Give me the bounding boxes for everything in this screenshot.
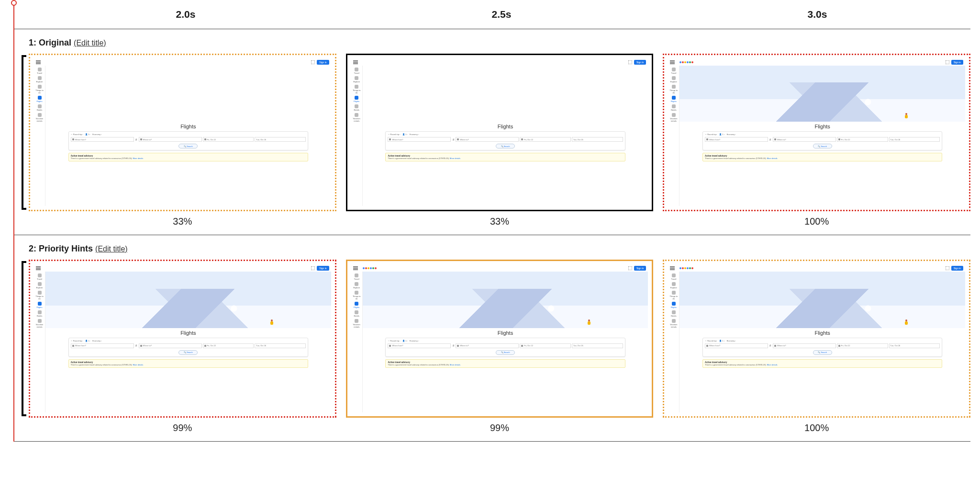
edit-title-link[interactable]: (Edit title) [95,245,128,253]
sidebar-item: Explore [669,282,678,289]
advisory-banner: Active travel advisory There's a governm… [68,153,308,161]
date-back-field: Tue, Oct 26 [255,137,306,142]
nav-icon [38,85,42,89]
sidebar-item: Vacation rentals [669,113,678,122]
class-chip: Economy [410,133,419,136]
sidebar-item: Hotels [352,104,361,111]
nav-icon [355,319,358,323]
page-title: Flights [679,328,965,338]
search-fields: Where from? ⇄ Where to? Fri, Oct 22 Tue,… [71,137,306,142]
search-card: ↔ Round trip 👤 1 Economy Where from? ⇄ W… [702,338,942,357]
sidebar-item: Hotels [35,104,44,111]
nav-icon [355,310,358,314]
nav-icon [38,310,42,314]
filmstrip-frame[interactable]: Sign in TravelExploreThings to doFlights… [346,54,654,211]
mini-topbar: Sign in [351,59,648,66]
visual-progress-percent: 100% [804,422,829,433]
page-title: Flights [363,328,648,338]
section-title: 2: Priority Hints (Edit title) [29,244,970,254]
filmstrip-row: Sign in TravelExploreThings to doFlights… [29,260,970,441]
sidebar-item: Vacation rentals [352,113,361,122]
mini-main: Flights ↔ Round trip 👤 1 Economy Where f… [45,272,331,412]
mini-topbar: Sign in [34,59,331,66]
filmstrip-section: 2: Priority Hints (Edit title) Sign in T… [13,235,970,441]
filmstrip-frame[interactable]: Sign in TravelExploreThings to doFlights… [663,54,970,211]
visual-progress-percent: 33% [490,216,509,227]
section-name: Priority Hints [39,244,93,253]
nav-icon [355,113,358,117]
sidebar-item: Vacation rentals [669,319,678,328]
hamburger-icon [670,266,675,270]
visual-progress-percent: 33% [173,216,192,227]
to-field: Where to? [456,343,519,348]
advisory-banner: Active travel advisory There's a governm… [702,359,942,368]
sidebar-item: Vacation rentals [35,319,44,328]
class-chip: Economy [410,340,419,342]
sidebar-item: Things to do [669,291,678,300]
visual-progress-percent: 99% [490,422,509,433]
filmstrip-frame[interactable]: Sign in TravelExploreThings to doFlights… [663,260,970,417]
search-chips: ↔ Round trip 👤 1 Economy [71,133,306,136]
class-chip: Economy [92,340,102,342]
section-title: 1: Original (Edit title) [29,38,970,48]
trip-type-chip: ↔ Round trip [705,340,717,342]
section-number: 1: [29,38,39,47]
date-out-field: Fri, Oct 22 [837,343,888,348]
hero-image [363,66,648,122]
sidebar-item: Travel [352,68,361,74]
filmstrip-frame[interactable]: Sign in TravelExploreThings to doFlights… [29,54,336,211]
page-title: Flights [363,122,648,131]
filmstrip-frame[interactable]: Sign in TravelExploreThings to doFlights… [346,260,654,417]
date-out-field: Fri, Oct 22 [837,137,888,142]
edit-title-link[interactable]: (Edit title) [74,39,106,47]
nav-icon [672,113,676,117]
sidebar-item: Flights [352,302,361,308]
class-chip: Economy [92,133,102,136]
sign-in-button: Sign in [317,266,329,271]
search-button: 🔍 Search [178,144,198,148]
sidebar-item: Hotels [669,104,678,111]
mini-main: Flights ↔ Round trip 👤 1 Economy Where f… [679,66,965,206]
filmstrip-frame[interactable]: Sign in TravelExploreThings to doFlights… [29,260,336,417]
nav-icon [355,302,358,306]
search-chips: ↔ Round trip 👤 1 Economy [388,340,623,342]
nav-icon [672,76,676,80]
hamburger-icon [353,266,358,270]
advisory-banner: Active travel advisory There's a governm… [385,153,625,161]
filmstrip-cell: Sign in TravelExploreThings to doFlights… [663,54,970,235]
search-button: 🔍 Search [813,144,832,148]
timeline-marker [11,0,17,6]
date-out-field: Fri, Oct 22 [203,137,254,142]
mini-topbar: Sign in [351,265,648,272]
pax-chip: 👤 1 [402,133,408,136]
to-field: Where to? [456,137,519,142]
sidebar-item: Hotels [35,310,44,317]
nav-icon [355,291,358,295]
trip-type-chip: ↔ Round trip [388,133,400,136]
apps-icon [628,266,632,270]
advisory-banner: Active travel advisory There's a governm… [385,359,625,368]
search-fields: Where from? ⇄ Where to? Fri, Oct 22 Tue,… [71,343,306,348]
from-field: Where from? [388,343,451,348]
nav-icon [355,85,358,89]
mini-topbar: Sign in [668,265,965,272]
search-chips: ↔ Round trip 👤 1 Economy [71,340,306,342]
search-fields: Where from? ⇄ Where to? Fri, Oct 22 Tue,… [388,137,623,142]
search-card: ↔ Round trip 👤 1 Economy Where from? ⇄ W… [68,131,308,150]
time-header: 2.0s 2.5s 3.0s [13,0,970,29]
sidebar-item: Explore [35,76,44,83]
to-field: Where to? [773,343,836,348]
to-field: Where to? [139,137,202,142]
sidebar-item: Flights [352,96,361,103]
filmstrip-row: Sign in TravelExploreThings to doFlights… [29,54,970,235]
filmstrip-cell: Sign in TravelExploreThings to doFlights… [346,54,654,235]
sidebar-item: Things to do [35,291,44,300]
sidebar-item: Explore [352,282,361,289]
nav-icon [38,291,42,295]
nav-icon [672,282,676,286]
mini-screenshot: Sign in TravelExploreThings to doFlights… [351,265,648,412]
section-name: Original [39,38,71,47]
date-back-field: Tue, Oct 26 [572,343,623,348]
search-fields: Where from? ⇄ Where to? Fri, Oct 22 Tue,… [705,137,940,142]
filmstrip-section: 1: Original (Edit title) Sign in TravelE… [13,29,970,235]
